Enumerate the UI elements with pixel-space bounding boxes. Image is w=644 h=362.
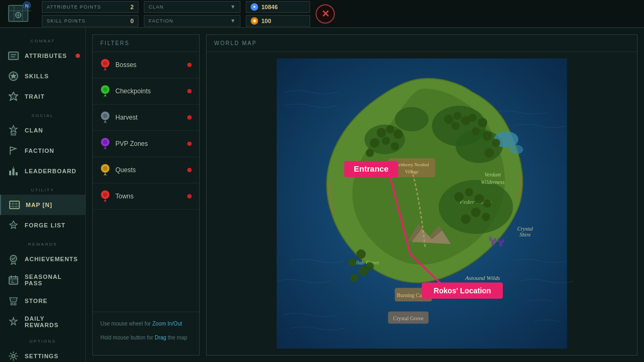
stat-group: ATTRIBUTE POINTS 2 SKILL POINTS 0 (42, 1, 138, 27)
worldmap-content[interactable]: Feder Woods Verdant Wilderness Mettberry… (207, 52, 637, 355)
svg-point-63 (485, 148, 494, 158)
checkpoint-pin-icon (100, 85, 110, 98)
filter-bosses[interactable]: Bosses (93, 52, 199, 78)
forge-icon (8, 219, 19, 231)
svg-rect-11 (12, 168, 14, 175)
store-icon (8, 295, 19, 307)
svg-rect-83 (492, 239, 494, 246)
logo-icon: N (5, 1, 31, 27)
sidebar-section-rewards: REWARDS (0, 235, 85, 249)
svg-point-23 (103, 87, 107, 92)
faction-dropdown[interactable]: FACTION ▼ (144, 15, 240, 27)
svg-text:Burning Castle: Burning Castle (397, 292, 429, 298)
attributes-icon (8, 50, 19, 62)
svg-rect-88 (502, 239, 504, 242)
sidebar-item-leaderboard[interactable]: LEADERBOARD (0, 161, 85, 181)
seasonal-icon (8, 274, 19, 286)
settings-icon (8, 350, 19, 362)
gold-currency-row: ◉ 100 (246, 15, 310, 27)
svg-point-81 (366, 262, 374, 270)
map-viewport[interactable]: Feder Woods Verdant Wilderness Mettberry… (213, 58, 631, 349)
svg-point-29 (103, 166, 107, 171)
achievements-label: ACHIEVEMENTS (25, 256, 78, 262)
svg-point-78 (356, 249, 366, 259)
harvest-label: Harvest (115, 114, 182, 121)
svg-point-17 (14, 303, 16, 305)
svg-point-75 (471, 208, 481, 217)
sidebar-item-attributes[interactable]: ATTRIBUTES (0, 46, 85, 66)
skills-icon (8, 70, 19, 82)
svg-text:Crystal Grove: Crystal Grove (393, 315, 424, 321)
attributes-notification (76, 54, 80, 58)
seasonal-label: SEASONAL PASS (25, 274, 80, 286)
sidebar-item-store[interactable]: STORE (0, 291, 85, 311)
svg-point-36 (395, 107, 429, 131)
sidebar-item-settings[interactable]: SETTINGS (0, 346, 85, 362)
faction-arrow: ▼ (230, 18, 236, 24)
sidebar-section-utility: UTILITY (0, 181, 85, 195)
bosses-indicator (187, 63, 192, 67)
svg-point-16 (11, 303, 13, 305)
svg-text:Wilderness: Wilderness (481, 179, 504, 185)
leaderboard-label: LEADERBOARD (25, 168, 77, 174)
settings-label: SETTINGS (25, 353, 58, 359)
blue-currency-icon: ● (251, 3, 258, 11)
forge-label: FORGE LIST (25, 222, 65, 228)
clan-dropdown[interactable]: CLAN ▼ (144, 1, 240, 13)
sidebar-item-skills[interactable]: SKILLS (0, 66, 85, 86)
dropdown-group: CLAN ▼ FACTION ▼ (144, 1, 240, 27)
gold-currency-value: 100 (261, 18, 271, 24)
svg-point-57 (451, 122, 459, 130)
blue-currency-row: ● 10846 (246, 1, 310, 13)
sidebar-item-daily[interactable]: DAILY REWARDS (0, 311, 85, 333)
svg-point-18 (12, 354, 15, 358)
svg-rect-86 (500, 241, 502, 247)
svg-point-60 (472, 127, 480, 135)
sidebar-item-map[interactable]: MAP [N] (0, 195, 85, 215)
sidebar-item-forge[interactable]: FORGE LIST (0, 215, 85, 235)
filter-quests[interactable]: Quests (93, 157, 199, 183)
map-icon (9, 199, 20, 211)
sidebar-item-seasonal[interactable]: SEASONAL PASS (0, 269, 85, 291)
blue-currency-value: 10846 (261, 4, 278, 10)
pvpzones-label: PVP Zones (115, 140, 182, 147)
svg-point-25 (103, 114, 107, 118)
filter-pvpzones[interactable]: PVP Zones (93, 131, 199, 157)
svg-point-55 (453, 112, 462, 120)
map-container[interactable]: Feder Woods Verdant Wilderness Mettberry… (213, 58, 631, 349)
filters-hints: Use mouse wheel for Zoom In/Out Hold mou… (93, 312, 199, 355)
clan-arrow: ▼ (230, 4, 236, 10)
faction-label: FACTION (149, 18, 230, 24)
quest-pin-icon (100, 164, 110, 176)
svg-rect-85 (494, 238, 496, 242)
worldmap-panel: WORLD MAP (206, 34, 638, 356)
towns-indicator (187, 194, 192, 198)
sidebar-item-achievements[interactable]: ACHIEVEMENTS (0, 249, 85, 269)
filter-towns[interactable]: Towns (93, 183, 199, 210)
filter-checkpoints[interactable]: Checkpoints (93, 78, 199, 105)
filters-panel: FILTERS Bosses Checkpoin (92, 34, 200, 356)
svg-point-70 (366, 149, 374, 157)
map-label: MAP [N] (26, 202, 53, 208)
svg-point-59 (478, 118, 487, 128)
svg-point-72 (465, 188, 473, 196)
top-bar: N ATTRIBUTE POINTS 2 SKILL POINTS 0 CLAN… (0, 0, 644, 28)
sidebar-item-trait[interactable]: TRAIT (0, 86, 85, 107)
svg-point-74 (483, 200, 491, 208)
currency-group: ● 10846 ◉ 100 (246, 1, 310, 27)
filters-header: FILTERS (93, 35, 199, 52)
quests-label: Quests (115, 166, 182, 174)
filter-harvest[interactable]: Harvest (93, 105, 199, 131)
quests-indicator (187, 168, 192, 172)
sidebar-section-social: SOCIAL (0, 107, 85, 120)
clan-label: CLAN (149, 4, 230, 10)
sidebar-item-clan[interactable]: CLAN (0, 120, 85, 141)
attribute-points-label: ATTRIBUTE POINTS (47, 4, 120, 10)
svg-rect-84 (489, 237, 492, 241)
sidebar-item-faction[interactable]: FACTION (0, 141, 85, 161)
drag-hint-highlight: Drag (155, 335, 166, 341)
logo: N (5, 1, 31, 27)
svg-point-64 (377, 128, 386, 138)
skill-points-label: SKILL POINTS (47, 18, 120, 24)
close-button[interactable]: ✕ (316, 4, 335, 24)
